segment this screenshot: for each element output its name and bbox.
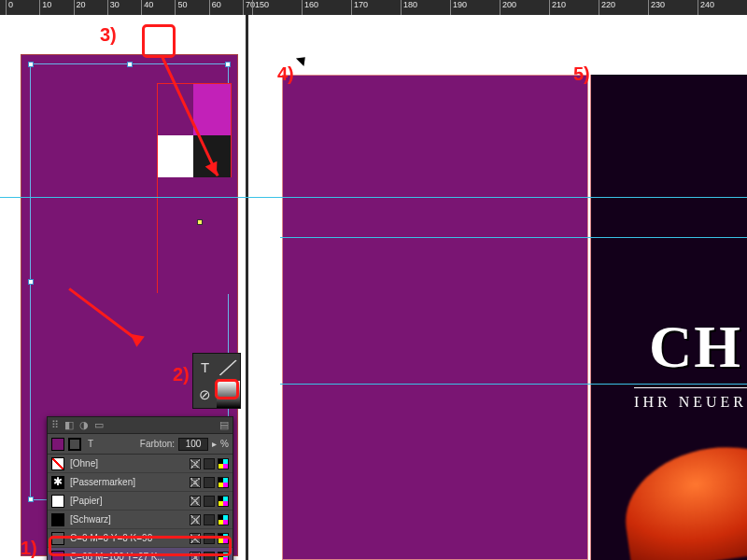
ruler-tick: 0: [6, 0, 13, 15]
ruler-tick: 160: [302, 0, 318, 15]
document-canvas[interactable]: CH IHR NEUER T ╱ ⊘ ⠿ ◧ ◑ ▭ ▤ T Farbton:: [0, 15, 747, 560]
ruler-tick: 210: [549, 0, 566, 15]
no-fill-icon[interactable]: ⊘: [193, 381, 217, 408]
swatch-color-icon: [51, 476, 64, 489]
swatch-flag-icon: [190, 514, 201, 525]
ruler-tick: 30: [107, 0, 120, 15]
fill-swatch-icon[interactable]: [51, 438, 64, 451]
swatch-row[interactable]: C=0 M=0 Y=0 K=90: [48, 529, 233, 548]
ruler-tick: 60: [209, 0, 221, 15]
ruler-tick: 180: [401, 0, 417, 15]
tint-percent: %: [220, 439, 229, 449]
page-center[interactable]: [282, 75, 588, 560]
swatch-model-icon: [204, 552, 215, 561]
swatch-model-icon: [204, 458, 215, 469]
swatch-flag-icon: [190, 496, 201, 507]
swatch-model-icon: [204, 533, 215, 544]
ruler-tick: 50: [175, 0, 187, 15]
cmyk-icon: [218, 514, 229, 525]
swatch-color-icon: [51, 513, 64, 526]
ruler-tick: 10: [39, 0, 51, 15]
ruler-tick: 20: [74, 0, 86, 15]
swatch-color-icon: [51, 551, 64, 561]
type-tool-icon[interactable]: T: [193, 354, 217, 381]
panel-tabbar[interactable]: ⠿ ◧ ◑ ▭ ▤: [48, 417, 233, 434]
swatch-model-icon: [204, 477, 215, 488]
swatch-row[interactable]: [Passermarken]: [48, 473, 233, 492]
ruler-tick: 240: [698, 0, 714, 15]
swatch-row[interactable]: [Papier]: [48, 492, 233, 511]
mini-tool-palette[interactable]: T ╱ ⊘: [192, 353, 241, 409]
gradient-tool-icon[interactable]: [217, 381, 240, 408]
cmyk-icon: [218, 458, 229, 469]
tint-value-input[interactable]: [178, 438, 208, 451]
swatch-color-icon: [51, 495, 64, 508]
panel-grip-icon[interactable]: ⠿: [51, 419, 59, 431]
horizontal-ruler[interactable]: 0102030405060701501601701801902002102202…: [0, 0, 747, 15]
swatch-color-icon: [51, 532, 64, 545]
spread-separator: [246, 15, 248, 560]
swatch-name: C=68 M=100 Y=27 K...: [70, 552, 190, 560]
placed-artwork[interactable]: [157, 83, 232, 293]
swatch-list[interactable]: [Ohne][Passermarken][Papier][Schwarz]C=0…: [48, 455, 233, 560]
panel-menu-icon[interactable]: ▤: [219, 419, 229, 431]
swatch-flag-icon: [190, 477, 201, 488]
swatch-row[interactable]: C=68 M=100 Y=27 K...: [48, 548, 233, 560]
ruler-tick: 230: [648, 0, 665, 15]
stroke-swatch-icon[interactable]: [68, 438, 81, 451]
hero-headline: CH: [649, 313, 742, 382]
swatch-name: [Papier]: [70, 496, 190, 506]
swatch-name: [Schwarz]: [70, 514, 190, 525]
cmyk-icon: [218, 552, 229, 561]
swatch-model-icon: [204, 496, 215, 507]
swatch-name: C=0 M=0 Y=0 K=90: [70, 533, 190, 543]
cmyk-icon: [218, 496, 229, 507]
swatch-model-icon: [204, 514, 215, 525]
page-right[interactable]: CH IHR NEUER: [590, 75, 747, 560]
guide-horizontal[interactable]: [280, 237, 747, 238]
ruler-tick: 200: [500, 0, 516, 15]
tint-label: Farbton:: [140, 439, 175, 449]
swatch-flag-icon: [190, 458, 201, 469]
ruler-tick: 40: [141, 0, 153, 15]
guide-horizontal[interactable]: [280, 384, 747, 385]
swatches-panel[interactable]: ⠿ ◧ ◑ ▭ ▤ T Farbton: ▸ % [Ohne][Passerma…: [47, 416, 233, 560]
swatch-flag-icon: [190, 552, 201, 561]
swatch-row[interactable]: [Schwarz]: [48, 511, 233, 529]
hero-image: [617, 436, 747, 560]
swatch-row[interactable]: [Ohne]: [48, 455, 233, 473]
guide-horizontal[interactable]: [0, 197, 747, 198]
swatch-name: [Passermarken]: [70, 477, 190, 487]
line-tool-icon[interactable]: ╱: [213, 351, 244, 385]
swatch-flag-icon: [190, 533, 201, 544]
tint-row: T Farbton: ▸ %: [48, 434, 233, 455]
ruler-tick: 150: [252, 0, 269, 15]
formatting-text-icon[interactable]: T: [85, 439, 96, 449]
swatch-color-icon: [51, 457, 64, 470]
tab-color-icon[interactable]: ◑: [79, 419, 89, 431]
anchor-point-icon: [197, 219, 203, 225]
mouse-cursor-icon: [296, 53, 309, 66]
ruler-tick: 170: [351, 0, 368, 15]
tab-swatches-icon[interactable]: ◧: [64, 419, 74, 431]
swatch-name: [Ohne]: [70, 458, 190, 469]
tint-slider-icon[interactable]: ▸: [212, 439, 217, 449]
ruler-tick: 190: [450, 0, 467, 15]
cmyk-icon: [218, 533, 229, 544]
hero-subline: IHR NEUER: [634, 387, 747, 411]
ruler-tick: 220: [599, 0, 615, 15]
cmyk-icon: [218, 477, 229, 488]
tab-stroke-icon[interactable]: ▭: [94, 419, 104, 431]
